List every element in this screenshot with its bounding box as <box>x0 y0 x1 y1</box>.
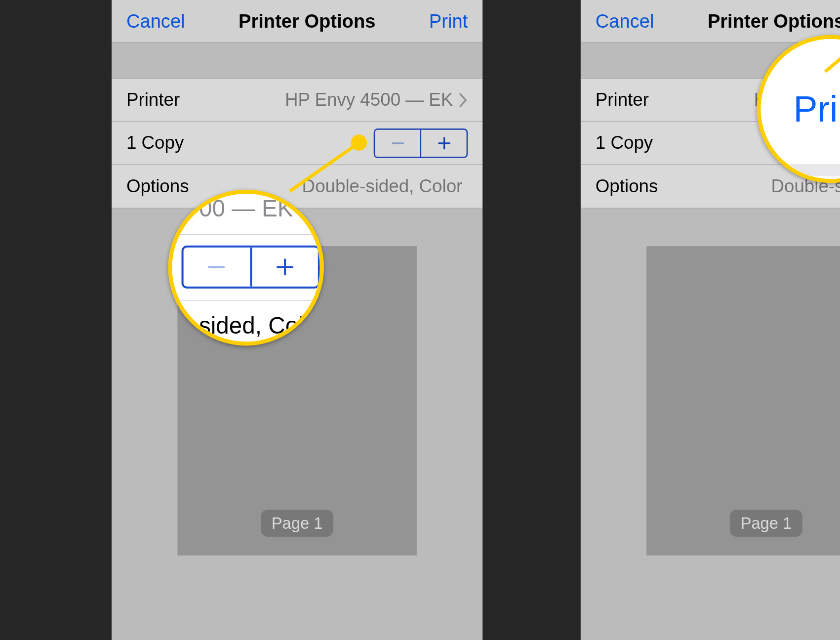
settings-list: Printer HP Envy 4500 — EK 1 Copy <box>112 78 482 209</box>
callout-dot <box>351 134 367 151</box>
options-label: Options <box>595 176 658 197</box>
copies-stepper <box>373 128 468 158</box>
options-value: Double-sided, Color <box>302 176 462 197</box>
page-number-badge: Page 1 <box>261 510 333 536</box>
printer-value: HP Envy 4500 — EK <box>284 89 452 110</box>
preview-area: Page 1 <box>580 209 840 555</box>
content-area: Printer HP Envy 4500 — EK 1 Copy <box>112 43 482 640</box>
copies-minus-button[interactable] <box>375 129 420 156</box>
options-label: Options <box>126 176 189 197</box>
page-title: Printer Options <box>707 10 840 32</box>
magnified-minus-icon <box>183 248 249 287</box>
cancel-button[interactable]: Cancel <box>595 10 654 32</box>
copies-plus-button[interactable] <box>421 129 466 156</box>
page-number-badge: Page 1 <box>729 510 802 536</box>
copies-label: 1 Copy <box>595 132 652 153</box>
magnified-print-text: Print <box>793 88 840 129</box>
copies-label: 1 Copy <box>126 132 183 153</box>
page-thumbnail[interactable]: Page 1 <box>646 246 840 555</box>
printer-row[interactable]: Printer HP Envy 4500 — EK <box>112 79 482 122</box>
magnified-printer-text: 00 — EK <box>199 195 293 222</box>
magnified-plus-icon <box>251 248 318 287</box>
screenshot-right: Cancel Printer Options Print Printer HP … <box>580 0 840 640</box>
cancel-button[interactable]: Cancel <box>126 10 185 32</box>
chevron-right-icon <box>458 92 468 107</box>
printer-label: Printer <box>126 89 179 110</box>
navbar: Cancel Printer Options Print <box>580 0 840 43</box>
copies-row: 1 Copy <box>112 122 482 165</box>
page-title: Printer Options <box>239 10 375 32</box>
magnifier-circle: 00 — EK sided, Col <box>168 190 324 346</box>
print-button[interactable]: Print <box>429 10 467 32</box>
navbar: Cancel Printer Options Print <box>112 0 482 43</box>
magnified-stepper <box>181 246 320 289</box>
printer-label: Printer <box>595 89 648 110</box>
screenshot-left: Cancel Printer Options Print Printer HP … <box>112 0 482 640</box>
